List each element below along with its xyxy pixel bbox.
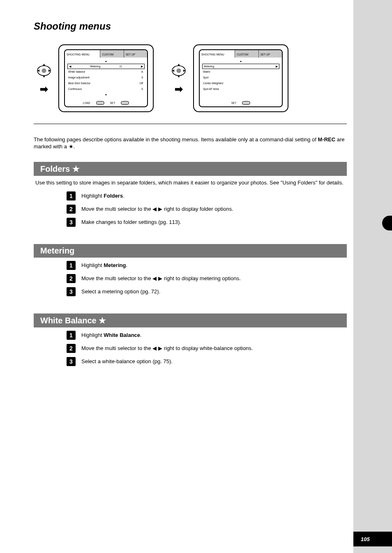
svg-marker-3 xyxy=(43,76,45,78)
svg-point-7 xyxy=(177,68,181,73)
diagram-group-1: ➡ SHOOTING MENU CUSTOM SET UP ▲ ◀ Meteri… xyxy=(34,44,154,112)
menu-row: Spot xyxy=(202,76,279,81)
footer-set-label: SET xyxy=(110,101,115,104)
selected-label: Metering xyxy=(204,65,214,68)
section-white-balance: White Balance ★ 1 Highlight White Balanc… xyxy=(34,313,347,366)
content-area: Shooting menus ➡ xyxy=(34,21,347,383)
section-metering: Metering 1 Highlight Metering. 2 Move th… xyxy=(34,244,347,296)
footer-button-icon xyxy=(96,101,104,105)
step-item: 3 Make changes to folder settings (pg. 1… xyxy=(67,218,347,227)
step-number: 3 xyxy=(67,287,76,296)
step-item: 2 Move the multi selector to the ◀ ▶ rig… xyxy=(67,205,347,214)
screen-frame-2: SHOOTING MENU CUSTOM SET UP ▲ Metering ▶… xyxy=(193,44,288,112)
selected-menu-row: Metering ▶ xyxy=(202,64,279,69)
step-number: 2 xyxy=(67,205,76,214)
step-item: 3 Select a metering option (pg. 72). xyxy=(67,287,347,296)
svg-point-1 xyxy=(42,68,46,73)
svg-marker-9 xyxy=(178,76,180,78)
footer-button-icon xyxy=(242,101,250,105)
menu-row: Spot AF Area xyxy=(202,88,279,92)
nav-down-icon: ▼ xyxy=(67,93,145,97)
menu-row: Center-Weighted xyxy=(202,82,279,86)
section-folders: Folders ★ Use this setting to store imag… xyxy=(34,162,347,227)
footer-button-icon xyxy=(121,101,129,105)
multi-selector-icon xyxy=(35,62,53,81)
svg-marker-2 xyxy=(43,64,45,66)
menu-row: Matrix xyxy=(202,70,279,75)
step-number: 1 xyxy=(67,331,76,340)
menu-row: White balance A xyxy=(67,70,145,75)
step-number: 3 xyxy=(67,218,76,227)
step-item: 1 Highlight Folders. xyxy=(67,191,347,200)
page-ref: pg. 72 xyxy=(142,288,157,295)
tab-setup: SET UP xyxy=(259,50,282,58)
diagram-group-2: ➡ SHOOTING MENU CUSTOM SET UP ▲ Metering… xyxy=(168,44,288,112)
diagram-row: ➡ SHOOTING MENU CUSTOM SET UP ▲ ◀ Meteri… xyxy=(34,44,347,112)
step-number: 2 xyxy=(67,274,76,283)
arrows-icon: ◀ ▶ xyxy=(152,275,162,283)
intro-paragraph: The following pages describe options ava… xyxy=(34,136,347,150)
section-header: Metering xyxy=(34,244,347,258)
page-number-text: 105 xyxy=(361,536,370,542)
page-title: Shooting menus xyxy=(34,21,347,32)
tab-shooting-menu: SHOOTING MENU xyxy=(200,50,235,58)
step-item: 2 Move the multi selector to the ◀ ▶ rig… xyxy=(67,344,347,353)
step-number: 1 xyxy=(67,261,76,270)
arrow-right-icon: ➡ xyxy=(175,83,183,95)
step-item: 3 Select a white-balance option (pg. 75)… xyxy=(67,357,347,366)
tab-custom: CUSTOM xyxy=(235,50,258,58)
dpad-and-arrow-2: ➡ xyxy=(168,62,189,95)
step-item: 2 Move the multi selector to the ◀ ▶ rig… xyxy=(67,274,347,283)
svg-marker-8 xyxy=(178,64,180,66)
side-margin-strip xyxy=(353,0,392,553)
arrows-icon: ◀ ▶ xyxy=(152,345,162,353)
page-ref: pg. 75 xyxy=(154,358,169,364)
step-number: 2 xyxy=(67,344,76,353)
arrows-icon: ◀ ▶ xyxy=(152,205,162,213)
selected-menu-row: ◀ Metering ⊡ ▶ xyxy=(67,64,145,69)
intro-bold: M-REC xyxy=(318,136,336,143)
page-ref: pg. 113 xyxy=(160,219,178,225)
step-item: 1 Highlight Metering. xyxy=(67,261,347,270)
tab-custom: CUSTOM xyxy=(100,50,124,58)
footer-set-label: SET xyxy=(231,101,237,104)
page-number-box: 105 xyxy=(353,532,392,546)
arrow-right-icon: ➡ xyxy=(40,83,48,95)
menu-row: Image adjustment 0 xyxy=(67,76,145,81)
tab-shooting-menu: SHOOTING MENU xyxy=(65,50,100,58)
section-description: Use this setting to store images in sepa… xyxy=(35,179,345,187)
tab-setup: SET UP xyxy=(124,50,147,58)
menu-row: Best-Shot Selector Off xyxy=(67,82,145,86)
step-item: 1 Highlight White Balance. xyxy=(67,331,347,340)
section-header: White Balance ★ xyxy=(34,313,347,327)
selected-label: Metering xyxy=(90,65,100,68)
screen-frame-1: SHOOTING MENU CUSTOM SET UP ▲ ◀ Metering… xyxy=(58,44,154,112)
multi-selector-icon xyxy=(170,62,187,81)
section-header: Folders ★ xyxy=(34,162,347,176)
nav-up-icon: ▲ xyxy=(202,60,279,63)
divider xyxy=(34,124,347,124)
intro-text-1: The following pages describe options ava… xyxy=(34,136,318,143)
step-number: 1 xyxy=(67,191,76,200)
selected-value-icon: ⊡ xyxy=(120,65,122,68)
step-number: 3 xyxy=(67,357,76,366)
footer-load-label: LOAD xyxy=(83,101,90,104)
dpad-and-arrow-1: ➡ xyxy=(34,62,54,95)
nav-up-icon: ▲ xyxy=(67,60,145,63)
menu-row: Continuous S xyxy=(67,88,145,92)
